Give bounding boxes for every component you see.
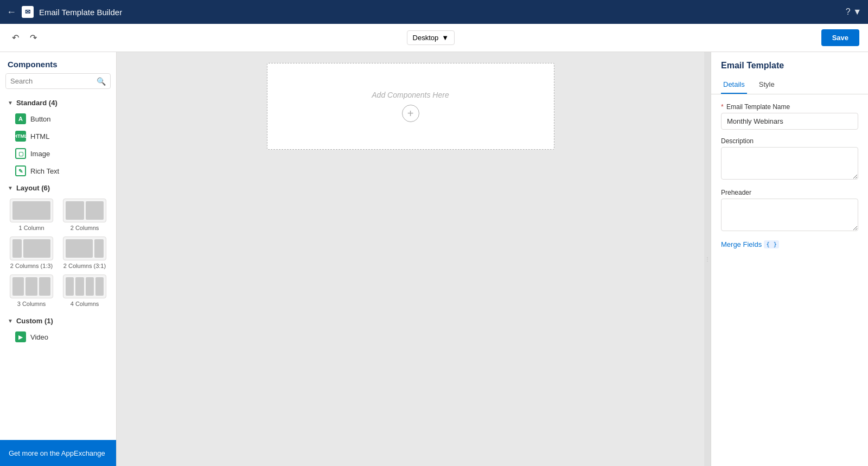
- layout-1col[interactable]: 1 Column: [8, 199, 55, 231]
- search-icon[interactable]: 🔍: [92, 74, 110, 88]
- right-panel-body: * Email Template Name Description Prehea…: [711, 94, 868, 257]
- layout-3col[interactable]: 3 Columns: [8, 275, 55, 307]
- col-block: [25, 277, 37, 296]
- save-button[interactable]: Save: [821, 29, 859, 46]
- layout-4col-preview: [63, 275, 106, 298]
- col-block: [94, 239, 104, 258]
- tabs-row: Details Style: [711, 76, 868, 94]
- component-html[interactable]: HTML HTML: [0, 127, 116, 145]
- image-label: Image: [30, 150, 50, 158]
- layout-3col-preview: [10, 275, 53, 298]
- col-block: [23, 239, 50, 258]
- description-field-group: Description: [721, 137, 858, 181]
- component-image[interactable]: ▢ Image: [0, 145, 116, 162]
- layout-2col-1-3-preview: [10, 237, 53, 260]
- sidebar-title: Components: [0, 52, 116, 73]
- custom-label: Custom (1): [16, 317, 53, 325]
- standard-label: Standard (4): [16, 99, 58, 107]
- col-block: [66, 201, 84, 220]
- component-richtext[interactable]: ✎ Rich Text: [0, 162, 116, 180]
- component-button[interactable]: A Button: [0, 110, 116, 127]
- image-component-icon: ▢: [15, 148, 26, 159]
- standard-section-header[interactable]: ▼ Standard (4): [0, 94, 116, 110]
- search-input[interactable]: [6, 74, 92, 88]
- appexchange-label: Get more on the AppExchange: [9, 449, 105, 457]
- appexchange-bar[interactable]: Get more on the AppExchange: [0, 440, 117, 466]
- right-panel: Email Template Details Style * Email Tem…: [711, 52, 868, 466]
- html-component-icon: HTML: [15, 131, 26, 142]
- video-component-icon: ▶: [15, 331, 26, 342]
- resize-handle[interactable]: ⋮: [704, 52, 711, 466]
- button-component-icon: A: [15, 113, 26, 124]
- toolbar: ↶ ↷ Desktop ▼ Save: [0, 24, 868, 52]
- layout-2col-1-3-label: 2 Columns (1:3): [10, 263, 53, 269]
- col-block: [12, 239, 22, 258]
- button-label: Button: [30, 115, 51, 123]
- layout-grid: 1 Column 2 Columns 2 Columns (1:3): [0, 195, 116, 312]
- layout-4col[interactable]: 4 Columns: [61, 275, 108, 307]
- col-block: [95, 277, 104, 296]
- html-label: HTML: [30, 132, 49, 141]
- email-canvas: Add Components Here +: [267, 63, 554, 150]
- layout-2col-label: 2 Columns: [71, 225, 99, 231]
- required-star: *: [721, 103, 724, 111]
- desktop-dropdown[interactable]: Desktop ▼: [407, 30, 455, 45]
- layout-2col-1-3[interactable]: 2 Columns (1:3): [8, 237, 55, 269]
- merge-fields-link[interactable]: Merge Fields { }: [721, 240, 858, 248]
- layout-section-header[interactable]: ▼ Layout (6): [0, 180, 116, 195]
- name-input[interactable]: [721, 113, 858, 130]
- col-block: [66, 277, 74, 296]
- col-block: [86, 201, 104, 220]
- col-block: [12, 201, 50, 220]
- app-icon: ✉: [22, 6, 34, 18]
- layout-3col-label: 3 Columns: [17, 301, 46, 307]
- layout-1col-preview: [10, 199, 53, 222]
- top-nav: ← ✉ Email Template Builder ? ▼: [0, 0, 868, 24]
- canvas-placeholder: Add Components Here: [372, 91, 449, 99]
- preheader-field-group: Preheader: [721, 189, 858, 233]
- canvas-area: Add Components Here +: [117, 52, 704, 466]
- layout-label: Layout (6): [16, 184, 50, 192]
- richtext-label: Rich Text: [30, 167, 59, 175]
- description-label: Description: [721, 137, 858, 145]
- right-panel-title: Email Template: [711, 52, 868, 76]
- col-block: [86, 277, 94, 296]
- main-layout: Components 🔍 ▼ Standard (4) A Button HTM…: [0, 52, 868, 466]
- custom-section-header[interactable]: ▼ Custom (1): [0, 312, 116, 328]
- preheader-textarea[interactable]: [721, 199, 858, 231]
- desktop-label: Desktop: [413, 34, 439, 42]
- redo-button[interactable]: ↷: [27, 30, 40, 45]
- chevron-down-icon: ▼: [8, 318, 13, 324]
- component-video[interactable]: ▶ Video: [0, 328, 116, 346]
- chevron-down-icon: ▼: [8, 185, 13, 191]
- undo-button[interactable]: ↶: [9, 30, 22, 45]
- layout-4col-label: 4 Columns: [71, 301, 99, 307]
- col-block: [12, 277, 24, 296]
- layout-2col-3-1-preview: [63, 237, 106, 260]
- richtext-component-icon: ✎: [15, 165, 26, 176]
- merge-fields-label: Merge Fields: [721, 240, 762, 248]
- tab-details[interactable]: Details: [721, 76, 747, 94]
- merge-code-icon: { }: [764, 240, 779, 248]
- help-icon[interactable]: ? ▼: [846, 7, 861, 17]
- preheader-label: Preheader: [721, 189, 858, 196]
- layout-2col[interactable]: 2 Columns: [61, 199, 108, 231]
- name-field-group: * Email Template Name: [721, 103, 858, 130]
- search-box: 🔍: [5, 73, 111, 89]
- layout-2col-3-1[interactable]: 2 Columns (3:1): [61, 237, 108, 269]
- layout-2col-3-1-label: 2 Columns (3:1): [63, 263, 106, 269]
- layout-1col-label: 1 Column: [18, 225, 44, 231]
- video-label: Video: [30, 333, 48, 341]
- add-component-button[interactable]: +: [402, 105, 419, 122]
- col-block: [75, 277, 84, 296]
- chevron-down-icon: ▼: [8, 100, 13, 106]
- layout-2col-preview: [63, 199, 106, 222]
- col-block: [39, 277, 50, 296]
- back-icon[interactable]: ←: [7, 7, 16, 18]
- chevron-down-icon: ▼: [442, 34, 449, 42]
- app-title: Email Template Builder: [39, 8, 122, 17]
- name-field-label: * Email Template Name: [721, 103, 858, 111]
- left-sidebar: Components 🔍 ▼ Standard (4) A Button HTM…: [0, 52, 117, 466]
- tab-style[interactable]: Style: [757, 76, 777, 94]
- description-textarea[interactable]: [721, 147, 858, 180]
